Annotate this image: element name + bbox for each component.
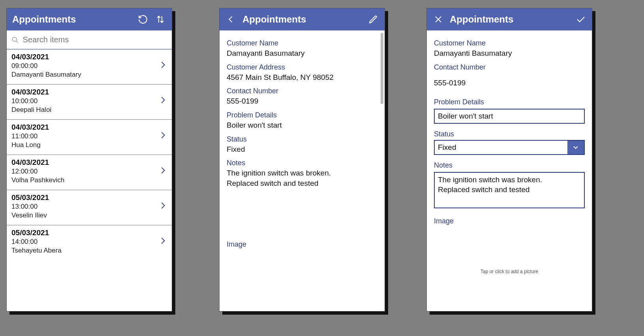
edit-button[interactable] xyxy=(367,13,379,25)
chevron-down-icon xyxy=(567,141,584,154)
label-notes: Notes xyxy=(434,161,585,170)
checkmark-icon xyxy=(575,15,586,24)
sort-button[interactable] xyxy=(154,13,166,25)
page-title: Appointments xyxy=(12,14,131,25)
svg-point-0 xyxy=(12,37,17,42)
edit-body: Customer Name Damayanti Basumatary Conta… xyxy=(427,30,592,278)
value-contact-number: 555-0199 xyxy=(227,96,377,106)
svg-line-1 xyxy=(16,41,18,43)
chevron-right-icon xyxy=(158,200,167,213)
list-item[interactable]: 05/03/2021 13:00:00 Veselin Iliev xyxy=(7,190,172,225)
list-header: Appointments xyxy=(7,8,172,30)
item-time: 09:00:00 xyxy=(11,62,158,70)
label-customer-name: Customer Name xyxy=(434,39,585,47)
label-customer-address: Customer Address xyxy=(227,63,377,72)
search-row xyxy=(7,30,172,49)
appointment-list: 04/03/2021 09:00:00 Damayanti Basumatary… xyxy=(7,49,172,260)
label-problem-details: Problem Details xyxy=(227,111,377,119)
item-name: Hua Long xyxy=(11,141,158,149)
status-select-value: Fixed xyxy=(435,141,567,154)
item-name: Veselin Iliev xyxy=(11,211,158,219)
scrollbar[interactable] xyxy=(381,33,383,104)
list-item[interactable]: 04/03/2021 11:00:00 Hua Long xyxy=(7,119,172,155)
item-time: 11:00:00 xyxy=(11,132,158,140)
notes-input[interactable] xyxy=(434,172,585,208)
item-time: 13:00:00 xyxy=(11,203,158,211)
item-date: 05/03/2021 xyxy=(11,228,158,237)
item-time: 12:00:00 xyxy=(11,168,158,176)
item-name: Volha Pashkevich xyxy=(11,176,158,184)
item-date: 04/03/2021 xyxy=(11,158,158,167)
item-name: Tsehayetu Abera xyxy=(11,247,158,255)
value-customer-name: Damayanti Basumatary xyxy=(227,48,377,59)
value-customer-address: 4567 Main St Buffalo, NY 98052 xyxy=(227,72,377,83)
item-date: 04/03/2021 xyxy=(11,53,158,61)
search-input[interactable] xyxy=(23,35,167,44)
item-date: 05/03/2021 xyxy=(11,193,158,202)
label-status: Status xyxy=(227,135,377,143)
label-notes: Notes xyxy=(227,159,377,167)
edit-header: Appointments xyxy=(427,8,592,30)
chevron-right-icon xyxy=(158,59,167,72)
image-picker[interactable]: Tap or click to add a picture xyxy=(434,269,585,274)
value-notes: The ignition switch was broken. Replaced… xyxy=(227,168,377,188)
value-problem-details: Boiler won't start xyxy=(227,120,377,130)
label-problem-details: Problem Details xyxy=(434,98,585,106)
problem-details-input[interactable] xyxy=(434,109,585,124)
accept-button[interactable] xyxy=(575,13,586,25)
close-icon xyxy=(434,15,443,24)
list-item[interactable]: 04/03/2021 09:00:00 Damayanti Basumatary xyxy=(7,49,172,84)
item-date: 04/03/2021 xyxy=(11,123,158,132)
value-status: Fixed xyxy=(227,144,377,155)
refresh-icon xyxy=(138,14,148,25)
item-name: Damayanti Basumatary xyxy=(11,71,158,79)
value-contact-number: 555-0199 xyxy=(434,78,585,88)
label-image: Image xyxy=(434,217,585,225)
label-status: Status xyxy=(434,130,585,138)
chevron-left-icon xyxy=(227,14,235,25)
label-contact-number: Contact Number xyxy=(434,63,585,72)
page-title: Appointments xyxy=(242,14,362,25)
detail-screen: Appointments Customer Name Damayanti Bas… xyxy=(219,8,385,311)
item-date: 04/03/2021 xyxy=(11,88,158,96)
back-button[interactable] xyxy=(225,13,237,25)
list-item[interactable]: 05/03/2021 14:00:00 Tsehayetu Abera xyxy=(7,225,172,260)
refresh-button[interactable] xyxy=(137,13,149,25)
value-customer-name: Damayanti Basumatary xyxy=(434,48,585,59)
detail-header: Appointments xyxy=(220,8,385,30)
edit-screen: Appointments Customer Name Damayanti Bas… xyxy=(426,8,592,311)
cancel-button[interactable] xyxy=(432,13,444,25)
item-time: 14:00:00 xyxy=(11,238,158,246)
list-item[interactable]: 04/03/2021 10:00:00 Deepali Haloi xyxy=(7,84,172,119)
pencil-icon xyxy=(368,15,378,24)
page-title: Appointments xyxy=(450,14,569,25)
list-item[interactable]: 04/03/2021 12:00:00 Volha Pashkevich xyxy=(7,155,172,190)
label-image: Image xyxy=(227,240,377,249)
item-name: Deepali Haloi xyxy=(11,106,158,114)
label-customer-name: Customer Name xyxy=(227,39,377,47)
chevron-right-icon xyxy=(158,235,167,248)
search-icon xyxy=(11,36,19,44)
chevron-right-icon xyxy=(158,130,167,142)
detail-body: Customer Name Damayanti Basumatary Custo… xyxy=(220,30,385,311)
label-contact-number: Contact Number xyxy=(227,87,377,95)
chevron-right-icon xyxy=(158,94,167,107)
chevron-right-icon xyxy=(158,165,167,177)
sort-icon xyxy=(156,14,165,25)
item-time: 10:00:00 xyxy=(11,97,158,105)
status-select[interactable]: Fixed xyxy=(434,140,585,155)
list-screen: Appointments 04/03/2021 09:00:00 Damayan… xyxy=(6,8,172,311)
